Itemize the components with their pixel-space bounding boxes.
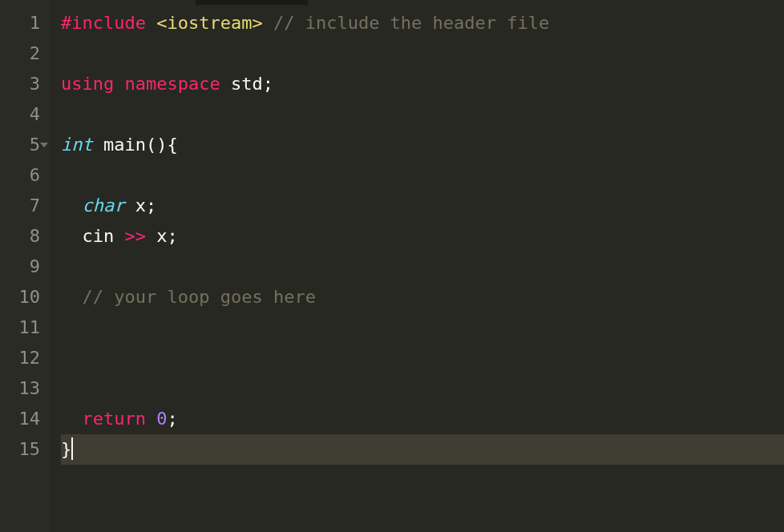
- code-token: <iostream>: [156, 13, 262, 33]
- code-line[interactable]: }: [61, 434, 784, 465]
- code-line[interactable]: [61, 160, 784, 191]
- line-number: 9: [6, 252, 40, 282]
- text-cursor: [71, 437, 73, 460]
- code-token: [61, 287, 83, 307]
- code-token: using: [61, 74, 114, 94]
- code-line[interactable]: char x;: [61, 191, 784, 221]
- code-token: main: [103, 135, 146, 155]
- code-line[interactable]: using namespace std;: [61, 69, 784, 99]
- code-token: // your loop goes here: [83, 287, 316, 307]
- code-token: >>: [124, 226, 146, 246]
- code-token: [146, 409, 156, 429]
- line-number: 1: [6, 8, 40, 38]
- line-number: 11: [6, 312, 40, 343]
- code-token: int: [61, 135, 93, 155]
- code-token: ;: [167, 409, 177, 429]
- line-number: 6: [6, 160, 40, 191]
- code-token: [61, 409, 83, 429]
- code-token: 0: [156, 409, 167, 429]
- line-number-gutter: 123456789101112131415: [0, 0, 50, 532]
- code-line[interactable]: return 0;: [61, 404, 784, 434]
- code-token: return: [83, 409, 146, 429]
- code-line[interactable]: #include <iostream> // include the heade…: [61, 8, 784, 38]
- code-line[interactable]: cin >> x;: [61, 221, 784, 252]
- line-number: 8: [6, 221, 40, 252]
- tab-shadow: [196, 0, 308, 5]
- code-area[interactable]: #include <iostream> // include the heade…: [50, 0, 784, 532]
- line-number: 2: [6, 38, 40, 69]
- code-token: }: [61, 439, 71, 459]
- code-token: x;: [124, 195, 156, 216]
- code-line[interactable]: int main(){: [61, 130, 784, 160]
- line-number: 4: [6, 99, 40, 130]
- code-token: cin: [61, 226, 124, 246]
- code-token: [263, 13, 273, 33]
- line-number: 12: [6, 343, 40, 373]
- code-line[interactable]: [61, 99, 784, 130]
- code-token: [114, 74, 124, 94]
- line-number: 3: [6, 69, 40, 99]
- code-token: namespace: [124, 74, 220, 94]
- code-token: #include: [61, 13, 146, 33]
- code-token: [61, 195, 83, 216]
- code-token: [93, 135, 103, 155]
- code-token: x;: [146, 226, 178, 246]
- fold-marker-icon[interactable]: [40, 143, 48, 147]
- line-number: 7: [6, 191, 40, 221]
- code-line[interactable]: [61, 252, 784, 282]
- line-number: 15: [6, 434, 40, 465]
- code-token: // include the header file: [273, 13, 549, 33]
- active-line-highlight: [61, 434, 784, 465]
- code-token: std;: [220, 74, 273, 94]
- code-line[interactable]: [61, 312, 784, 343]
- code-token: (){: [146, 135, 178, 155]
- line-number: 5: [6, 130, 40, 160]
- code-token: char: [83, 195, 125, 216]
- code-editor[interactable]: 123456789101112131415 #include <iostream…: [0, 0, 784, 532]
- line-number: 14: [6, 404, 40, 434]
- code-line[interactable]: [61, 373, 784, 404]
- code-token: [146, 13, 156, 33]
- line-number: 13: [6, 373, 40, 404]
- line-number: 10: [6, 282, 40, 312]
- code-line[interactable]: [61, 343, 784, 373]
- code-line[interactable]: // your loop goes here: [61, 282, 784, 312]
- code-line[interactable]: [61, 38, 784, 69]
